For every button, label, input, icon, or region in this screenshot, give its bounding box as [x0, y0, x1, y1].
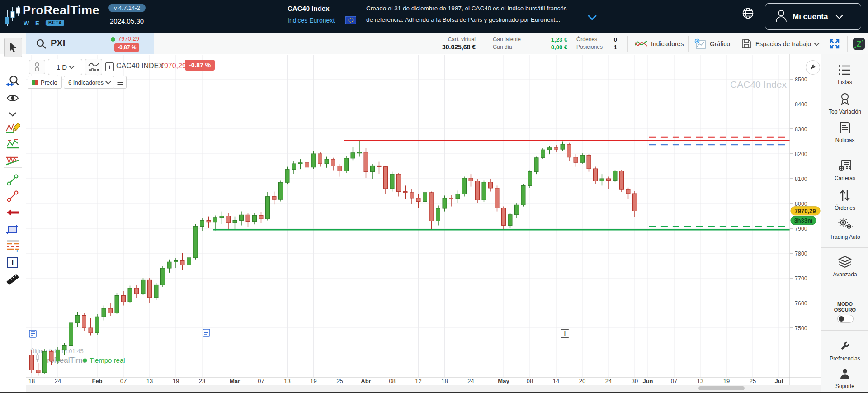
candle — [521, 185, 525, 205]
indicators-wave-icon — [635, 39, 647, 49]
posiciones-value-link[interactable]: 1 — [608, 43, 617, 51]
link-instrument-button[interactable] — [29, 60, 45, 74]
horizontal-arrow-tool[interactable] — [4, 205, 21, 220]
y-tick-label: 8500 — [795, 76, 807, 83]
pattern-lines-tool[interactable] — [4, 137, 21, 151]
text-tool-icon: T — [7, 256, 19, 268]
instrument-description-line2: de referencia. Adherido a la Bolsa de Pa… — [366, 15, 560, 25]
candle — [200, 220, 204, 226]
candle — [626, 189, 630, 194]
chart-watermark: CAC40 Index — [730, 79, 787, 90]
candle — [115, 296, 119, 313]
zigzag-pattern-icon — [6, 138, 19, 150]
tools-expand-chevron[interactable] — [4, 107, 21, 121]
x-tick-label: 19 — [173, 378, 179, 384]
candle — [128, 288, 132, 302]
timeframe-selector[interactable]: 1 D — [48, 59, 82, 75]
fullscreen-button[interactable] — [829, 33, 840, 54]
price-chip-label: Precio — [41, 79, 57, 86]
sidebar-item-top-variacion[interactable]: Top Variación — [821, 92, 868, 115]
horizontal-scrollbar[interactable] — [26, 385, 821, 392]
indicator-list-button[interactable] — [113, 76, 127, 89]
candle — [587, 155, 591, 169]
person-icon — [775, 9, 787, 24]
wrench-icon — [809, 64, 816, 71]
price-legend-chip[interactable]: Precio — [28, 76, 62, 89]
indicators-count-chip[interactable]: 6 Indicadores — [64, 76, 115, 89]
sidebar-item-ordenes[interactable]: Órdenes — [821, 189, 868, 211]
candle — [390, 174, 394, 189]
description-expand-chevron-icon[interactable] — [588, 11, 597, 20]
zone-rectangle-tool[interactable] — [4, 223, 21, 237]
version-badge: v 4.7.14-2 — [108, 4, 146, 12]
instrument-market-link[interactable]: Indices Euronext — [288, 17, 335, 24]
workspaces-button[interactable]: Espacios de trabajo — [741, 33, 819, 54]
instrument-info-button[interactable]: i — [105, 62, 114, 71]
axis-settings-button[interactable] — [806, 60, 820, 75]
news-marker-icon[interactable] — [29, 329, 37, 340]
brand-watermark: ProRealTime — [42, 356, 87, 365]
language-globe-icon[interactable] — [742, 7, 754, 21]
zoom-horizontal-icon — [6, 75, 19, 88]
news-marker-icon[interactable] — [203, 328, 210, 339]
top-nav: ProRealTime W E B BETA v 4.7.14-2 2024.0… — [0, 0, 868, 33]
sidebar-item-avanzada[interactable]: Avanzada — [821, 256, 868, 278]
segment-down-tool[interactable] — [4, 189, 21, 204]
price-chart[interactable]: CAC40 Index Último tick: 14:01:45 ProRea… — [26, 54, 821, 385]
freehand-draw-tool[interactable] — [4, 120, 21, 135]
candle — [344, 158, 349, 171]
x-tick-label: 18 — [28, 378, 35, 384]
candle — [82, 316, 86, 328]
candle — [482, 182, 486, 200]
dark-mode-label-line2: OSCURO — [821, 307, 868, 313]
candle — [43, 351, 47, 373]
candle — [75, 316, 80, 323]
award-icon — [838, 92, 852, 105]
gan-dia-label: Gan día — [493, 43, 521, 51]
sidebar-item-listas[interactable]: Listas — [821, 64, 868, 85]
svg-text:Z: Z — [857, 40, 861, 48]
sidebar-item-preferencias[interactable]: Preferencias — [821, 341, 868, 362]
scrollbar-thumb[interactable] — [698, 386, 745, 390]
instrument-description-line1: Creado el 31 de diciembre de 1987, el CA… — [366, 4, 567, 14]
zoom-tool[interactable] — [4, 74, 21, 89]
segment-up-tool[interactable] — [4, 173, 21, 187]
triangle-pattern-tool[interactable] — [4, 153, 21, 168]
chart-style-button[interactable] — [85, 59, 102, 75]
account-button-label: Mi cuenta — [793, 12, 828, 21]
sidebar-item-carteras[interactable]: Carteras — [821, 159, 868, 181]
realtime-dot-icon — [83, 359, 87, 363]
eu-flag-icon — [345, 16, 356, 26]
candle — [541, 150, 545, 158]
fibonacci-tool[interactable]: F — [4, 239, 21, 253]
account-chevron-icon — [836, 12, 843, 19]
x-tick-label: 23 — [199, 378, 205, 384]
my-account-button[interactable]: Mi cuenta — [765, 3, 861, 30]
list-icon — [838, 64, 852, 76]
chart-info-button[interactable]: i — [561, 329, 569, 338]
dark-mode-label-line1: MODO — [821, 301, 868, 307]
list-settings-icon — [116, 79, 123, 85]
drawing-toolbar: F T — [0, 54, 26, 393]
measure-tool[interactable] — [4, 272, 21, 287]
ruler-icon — [5, 273, 20, 286]
candle — [318, 154, 322, 164]
indicators-button[interactable]: Indicadores — [635, 33, 684, 54]
cursor-tool-selected[interactable] — [4, 38, 22, 57]
sidebar-item-soporte[interactable]: Soporte — [821, 368, 868, 389]
y-tick-label: 8400 — [795, 101, 807, 108]
save-workspace-icon — [741, 38, 752, 49]
chart-button[interactable]: Gráfico — [694, 33, 730, 54]
candle — [528, 172, 532, 186]
z-shortcut-button[interactable]: Z — [853, 33, 865, 54]
sidebar-item-trading-auto[interactable]: Trading Auto — [821, 217, 868, 240]
sidebar-item-noticias[interactable]: Noticias — [821, 121, 868, 143]
candle — [371, 166, 375, 171]
candle — [358, 152, 362, 153]
news-icon — [839, 121, 851, 134]
visibility-tool[interactable] — [4, 91, 21, 105]
instrument-search[interactable]: PXI 7970,29 -0,87 % — [26, 33, 154, 54]
text-tool[interactable]: T — [4, 255, 21, 270]
account-toolbar: PXI 7970,29 -0,87 % Cart. virtual 30.025… — [0, 33, 868, 55]
dark-mode-toggle[interactable] — [837, 315, 854, 323]
